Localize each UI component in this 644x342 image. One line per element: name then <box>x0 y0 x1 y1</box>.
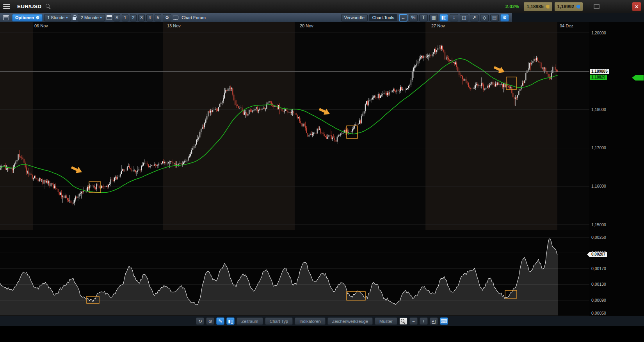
change-percent: 2.02% <box>505 4 519 9</box>
chart-settings-button[interactable]: ⚙ <box>500 14 509 21</box>
preset-3-button[interactable]: 3 <box>138 14 145 21</box>
grid-toggle-button[interactable]: ▦ <box>429 14 438 21</box>
trading-chart-window: EUR/USD 2.02% 1,18985 1,18992 × Optionen… <box>0 0 644 342</box>
muster-button[interactable]: Muster <box>375 317 397 325</box>
svg-text:06 Nov: 06 Nov <box>34 23 48 28</box>
buy-tag-icon <box>576 5 580 9</box>
svg-text:04 Dez: 04 Dez <box>560 23 573 28</box>
zoom-in-icon[interactable]: + <box>420 317 428 325</box>
preset-1-button[interactable]: 1 <box>122 14 128 21</box>
range-dropdown[interactable]: 2 Monate ▾ <box>78 14 105 21</box>
split-panels-button[interactable]: ◫ <box>460 14 468 21</box>
settings-gear-button[interactable]: ⚙ <box>163 14 171 21</box>
search-icon[interactable] <box>45 4 51 9</box>
optionen-label: Optionen <box>15 15 34 20</box>
interval-dropdown[interactable]: 1 Stunde ▾ <box>44 14 71 21</box>
svg-text:1,16000: 1,16000 <box>591 184 606 188</box>
svg-text:1,18000: 1,18000 <box>591 107 606 112</box>
preset-5-button[interactable]: 5 <box>155 14 161 21</box>
gear-icon: ⚙ <box>36 15 39 20</box>
fit-chart-icon[interactable]: ◰ <box>430 317 438 325</box>
zeitraum-button[interactable]: Zeitraum <box>237 317 263 325</box>
chart-tools-label: Chart-Tools <box>369 14 397 21</box>
bottom-toolbar: ↻ ⊘ ✎ ▮▯ Zeitraum Chart Typ Indikatoren … <box>0 316 644 326</box>
svg-text:27 Nov: 27 Nov <box>431 23 445 28</box>
indicator-panel: 0,002500,002100,001700,001300,000900,000… <box>0 230 644 316</box>
magnifier-icon <box>401 319 406 324</box>
print-button[interactable]: ▤ <box>490 14 499 21</box>
zoom-out-icon[interactable]: − <box>409 317 418 325</box>
calendar-icon[interactable] <box>107 15 112 20</box>
keyboard-icon[interactable]: ⌨ <box>440 317 448 325</box>
chat-bubble-icon[interactable] <box>173 16 178 20</box>
current-price-tag: 1,189885 <box>590 69 609 74</box>
verwandte-button[interactable]: Verwandte <box>341 14 368 21</box>
range-value: 2 Monate <box>81 15 99 20</box>
disable-drawing-icon[interactable]: ⊘ <box>206 317 214 325</box>
close-button[interactable]: × <box>632 2 641 11</box>
svg-text:0,00170: 0,00170 <box>591 266 606 271</box>
titlebar-right: 2.02% 1,18985 1,18992 × <box>505 2 641 11</box>
optionen-button[interactable]: Optionen ⚙ <box>12 14 43 21</box>
symbol-title: EUR/USD <box>17 4 41 9</box>
ma-value-tag: 1.18829 <box>590 75 607 80</box>
main-chart-area: 1,200001,190001,180001,170001,160001,150… <box>0 22 644 230</box>
buy-price-value: 1,18992 <box>557 4 574 9</box>
toolbar-spacer <box>512 13 644 22</box>
indicator-value-tag: 0,00207 <box>590 252 607 257</box>
chart-forum-link[interactable]: Chart Forum <box>181 15 206 20</box>
candlestick-icon[interactable]: ▮▯ <box>226 317 235 325</box>
scale-button[interactable]: ↕ <box>450 14 458 21</box>
sell-price-button[interactable]: 1,18985 <box>524 2 552 11</box>
svg-text:0,00130: 0,00130 <box>591 282 606 286</box>
trend-tool-button[interactable]: ↗ <box>470 14 479 21</box>
preset-2-button[interactable]: 2 <box>130 14 137 21</box>
percent-scale-button[interactable]: % <box>409 14 418 21</box>
undo-button[interactable]: ← <box>399 14 407 21</box>
buy-price-button[interactable]: 1,18992 <box>555 2 583 11</box>
chart-tools-cluster: Verwandte Chart-Tools ← % T ▦ ▮▯ ↕ ◫ ↗ ◇… <box>341 14 509 21</box>
svg-text:20 Nov: 20 Nov <box>300 23 313 28</box>
shape-tool-button[interactable]: ◇ <box>480 14 489 21</box>
interval-value: 1 Stunde <box>47 15 64 20</box>
zoom-icon[interactable] <box>399 317 407 325</box>
menu-icon[interactable] <box>3 3 12 10</box>
indikatoren-button[interactable]: Indikatoren <box>295 317 325 325</box>
svg-text:1,15000: 1,15000 <box>591 222 606 227</box>
sell-price-value: 1,18985 <box>527 4 543 9</box>
chevron-down-icon: ▾ <box>100 16 102 20</box>
footer-space <box>0 326 644 342</box>
sell-tag-icon <box>546 5 550 9</box>
zeichenwerkzeuge-button[interactable]: Zeichenwerkzeuge <box>327 317 373 325</box>
rotate-icon[interactable]: ↻ <box>196 317 204 325</box>
svg-text:1,20000: 1,20000 <box>591 30 606 35</box>
pencil-icon[interactable]: ✎ <box>216 317 224 325</box>
panel-list-icon[interactable] <box>3 15 9 20</box>
indicator-svg[interactable]: 0,002500,002100,001700,001300,000900,000… <box>0 230 644 316</box>
font-size-button[interactable]: T <box>419 14 428 21</box>
svg-text:1,17000: 1,17000 <box>591 145 606 150</box>
svg-text:13 Nov: 13 Nov <box>167 23 181 28</box>
restore-window-button[interactable] <box>594 4 600 9</box>
svg-text:0,00050: 0,00050 <box>591 311 606 315</box>
preset-4-button[interactable]: 4 <box>146 14 153 21</box>
chart-type-candlestick-button[interactable]: ▮▯ <box>439 14 448 21</box>
session-button[interactable]: S <box>114 14 120 21</box>
chart-typ-button[interactable]: Chart Typ <box>265 317 293 325</box>
svg-text:0,00090: 0,00090 <box>591 298 606 303</box>
titlebar: EUR/USD 2.02% 1,18985 1,18992 × <box>0 0 644 13</box>
main-chart-svg[interactable]: 1,200001,190001,180001,170001,160001,150… <box>0 22 644 230</box>
chart-toolbar: Optionen ⚙ 1 Stunde ▾ 2 Monate ▾ S 1 2 3… <box>0 13 644 22</box>
chevron-down-icon: ▾ <box>66 16 68 20</box>
lock-icon[interactable] <box>73 17 76 20</box>
svg-text:0,00250: 0,00250 <box>591 235 606 240</box>
